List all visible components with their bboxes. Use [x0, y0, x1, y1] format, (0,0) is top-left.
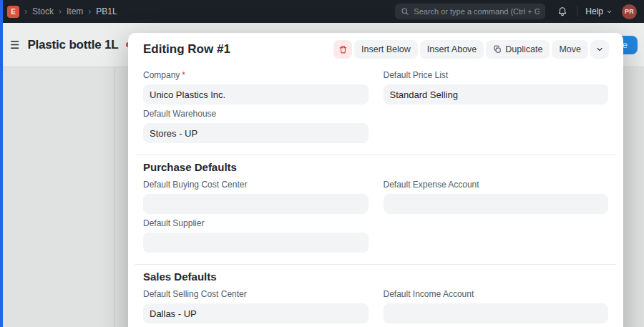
trash-icon — [338, 45, 348, 54]
window-edge-accent — [0, 0, 3, 327]
insert-above-button[interactable]: Insert Above — [420, 40, 484, 59]
modal-title: Editing Row #1 — [143, 42, 333, 57]
duplicate-icon — [493, 45, 502, 54]
field-label: Default Supplier — [143, 218, 369, 228]
chevron-down-icon — [595, 45, 604, 54]
insert-below-button[interactable]: Insert Below — [354, 40, 418, 59]
modal-body: Company* Default Price List Default Ware… — [128, 64, 623, 327]
modal-header: Editing Row #1 Insert Below Insert Above — [128, 33, 623, 64]
default-price-list-input[interactable] — [384, 84, 609, 104]
field-default-expense-account: Default Expense Account — [384, 180, 609, 214]
field-label: Default Price List — [384, 70, 609, 80]
default-buying-cost-center-input[interactable] — [143, 194, 369, 214]
move-button[interactable]: Move — [552, 40, 588, 59]
default-supplier-input[interactable] — [143, 233, 369, 253]
default-expense-account-input[interactable] — [384, 194, 609, 214]
field-label: Default Expense Account — [384, 180, 609, 190]
sales-defaults-heading: Sales Defaults — [143, 270, 608, 283]
modal-actions: Insert Below Insert Above Duplicate Move — [333, 40, 609, 59]
duplicate-label: Duplicate — [505, 44, 542, 54]
field-label: Company* — [143, 70, 369, 80]
field-default-price-list: Default Price List — [384, 70, 609, 104]
edit-row-modal: Editing Row #1 Insert Below Insert Above — [128, 33, 623, 327]
app-window: E › Stock › Item › PB1L — [0, 0, 644, 327]
more-options-button[interactable] — [590, 40, 609, 59]
section-divider — [135, 155, 616, 155]
field-default-buying-cost-center: Default Buying Cost Center — [143, 180, 369, 214]
default-selling-cost-center-input[interactable] — [143, 303, 369, 323]
default-warehouse-input[interactable] — [143, 123, 369, 143]
purchase-defaults-heading: Purchase Defaults — [143, 161, 608, 174]
field-default-income-account: Default Income Account — [384, 289, 609, 323]
default-income-account-input[interactable] — [384, 303, 609, 323]
field-default-warehouse: Default Warehouse — [143, 109, 369, 143]
required-marker: * — [182, 70, 185, 80]
field-company: Company* — [143, 70, 369, 104]
duplicate-button[interactable]: Duplicate — [486, 40, 550, 59]
field-label: Default Warehouse — [143, 109, 369, 119]
field-default-selling-cost-center: Default Selling Cost Center — [143, 289, 369, 323]
field-label: Default Income Account — [384, 289, 609, 299]
field-default-supplier: Default Supplier — [143, 218, 369, 253]
section-divider — [135, 264, 616, 265]
delete-row-button[interactable] — [333, 40, 352, 59]
field-label: Default Buying Cost Center — [143, 180, 369, 190]
company-input[interactable] — [143, 84, 369, 104]
field-label: Default Selling Cost Center — [143, 289, 369, 299]
